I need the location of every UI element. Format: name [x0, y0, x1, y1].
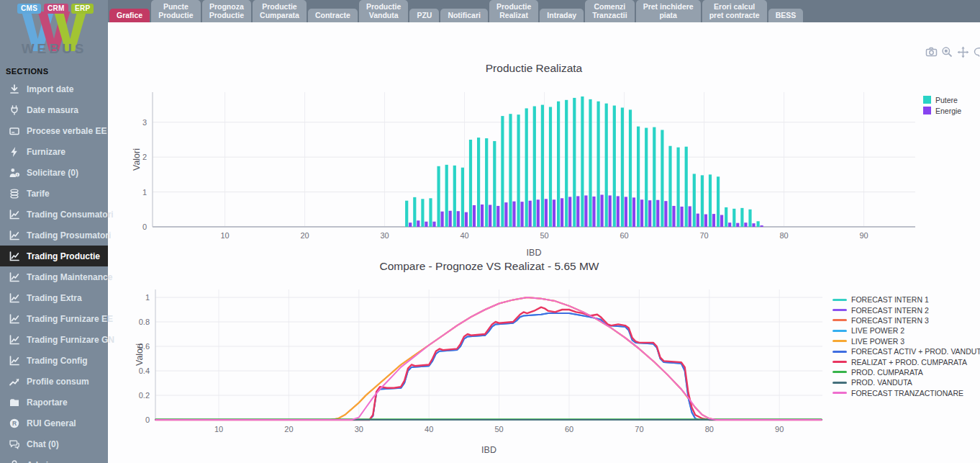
- legend-label: REALIZAT + PROD. CUMPARATA: [851, 358, 967, 367]
- sidebar-item-label: Furnizare: [27, 147, 65, 157]
- sidebar-item-import-date[interactable]: Import date: [0, 78, 108, 99]
- chart-icon: [9, 292, 20, 304]
- sidebar-item-admin[interactable]: Admin: [0, 454, 108, 463]
- legend-label: LIVE POWER 3: [851, 337, 904, 346]
- tab-pzu[interactable]: PZU: [409, 9, 439, 22]
- svg-text:90: 90: [775, 425, 784, 433]
- sidebar-item-raportare[interactable]: Raportare: [0, 392, 108, 413]
- sidebar-item-label: Trading Consumatori: [27, 210, 114, 220]
- legend-label: LIVE POWER 2: [851, 326, 904, 335]
- legend-item-putere[interactable]: Putere: [923, 94, 961, 105]
- tab-grafice[interactable]: Grafice: [109, 9, 150, 22]
- zoom-box-icon[interactable]: [941, 46, 953, 58]
- svg-text:1: 1: [142, 188, 147, 197]
- pan-icon[interactable]: [957, 46, 969, 58]
- chart1-title: Productie Realizata: [108, 62, 960, 75]
- sidebar-item-trading-config[interactable]: Trading Config: [0, 350, 108, 371]
- legend-swatch: [832, 392, 847, 394]
- tab-bess[interactable]: BESS: [768, 9, 804, 22]
- plug-icon: [9, 104, 20, 116]
- cms-badge: CMS: [17, 4, 41, 14]
- lasso-icon[interactable]: [973, 46, 980, 58]
- legend-item-live-power-3[interactable]: LIVE POWER 3: [832, 336, 980, 346]
- legend-swatch: [832, 330, 847, 332]
- webus-logo: CMS CRM ERP WEBUS: [0, 0, 108, 60]
- tab-notificari[interactable]: Notificari: [440, 9, 488, 22]
- chart-icon: [9, 251, 20, 262]
- legend-item-prod-cumparata[interactable]: PROD. CUMPARATA: [832, 367, 980, 377]
- sidebar-item-procese-verbale-ee[interactable]: Procese verbale EE: [0, 120, 108, 141]
- sidebar-item-tarife[interactable]: Tarife: [0, 183, 108, 204]
- svg-text:20: 20: [300, 231, 309, 240]
- chart-icon: [9, 313, 20, 325]
- tab-pret-inchidere-piata[interactable]: Pret inchidere piata: [636, 0, 701, 22]
- tab-contracte[interactable]: Contracte: [308, 9, 358, 22]
- sections-heading: SECTIONS: [0, 60, 108, 78]
- legend-label: FORECAST TRANZACTIONARE: [851, 389, 963, 397]
- chart2-yaxis-title: Valori: [135, 343, 145, 366]
- sidebar-item-trading-prosumatori[interactable]: Trading Prosumatori: [0, 225, 108, 246]
- chart2-legend: FORECAST INTERN 1FORECAST INTERN 2FORECA…: [832, 295, 980, 398]
- sidebar-item-profile-consum[interactable]: Profile consum: [0, 371, 108, 392]
- tab-productie-vanduta[interactable]: Productie Vanduta: [359, 0, 408, 22]
- legend-item-forecast-tranzactionare[interactable]: FORECAST TRANZACTIONARE: [832, 388, 980, 398]
- sidebar-item-label: Raportare: [27, 397, 68, 408]
- svg-text:3: 3: [142, 118, 147, 127]
- svg-text:0: 0: [142, 222, 147, 231]
- bolt-icon: [9, 146, 20, 158]
- chart1-xaxis-title: IBD: [527, 248, 542, 258]
- sidebar-item-trading-consumatori[interactable]: Trading Consumatori: [0, 204, 108, 225]
- sidebar: CMS CRM ERP WEBUS SECTIONS Import dateDa…: [0, 0, 108, 463]
- legend-item-realizat-prod-cumparata[interactable]: REALIZAT + PROD. CUMPARATA: [832, 356, 980, 367]
- line-series-realizat-prod-cumparata: [155, 307, 821, 420]
- plotly-modebar: [925, 46, 980, 58]
- tab-comenzi-tranzactii[interactable]: Comenzi Tranzactii: [585, 0, 634, 22]
- tab-prognoza-productie[interactable]: Prognoza Productie: [202, 0, 251, 22]
- sidebar-item-rui-general[interactable]: RRUI General: [0, 413, 108, 433]
- chart-icon: [9, 230, 20, 241]
- legend-item-forecast-intern-3[interactable]: FORECAST INTERN 3: [832, 315, 980, 325]
- sidebar-item-trading-extra[interactable]: Trading Extra: [0, 287, 108, 308]
- sidebar-item-trading-productie[interactable]: Trading Productie: [0, 246, 108, 266]
- svg-text:!: !: [17, 172, 18, 176]
- legend-item-forecast-intern-2[interactable]: FORECAST INTERN 2: [832, 305, 980, 315]
- legend-item-forecast-activ-prod-vanduta[interactable]: FORECAST ACTIV + PROD. VANDUTA: [832, 346, 980, 356]
- legend-label: FORECAST INTERN 1: [851, 295, 929, 304]
- chart2-plot: 00.20.40.60.81102030405060708090IBDValor…: [135, 289, 822, 455]
- sidebar-item-label: Import date: [27, 84, 73, 94]
- svg-text:2: 2: [142, 153, 147, 161]
- legend-label: PROD. CUMPARATA: [851, 368, 923, 377]
- tab-productie-realizat[interactable]: Productie Realizat: [489, 0, 538, 22]
- tab-intraday[interactable]: Intraday: [540, 9, 584, 22]
- legend-item-forecast-intern-1[interactable]: FORECAST INTERN 1: [832, 295, 980, 305]
- tab-productie-cumparata[interactable]: Productie Cumparata: [253, 0, 307, 22]
- camera-icon[interactable]: [925, 46, 938, 58]
- sidebar-item-trading-furnizare-ee[interactable]: Trading Furnizare EE: [0, 308, 108, 329]
- tab-erori-calcul-pret-contracte[interactable]: Erori calcul pret contracte: [702, 0, 767, 22]
- sidebar-item-chat-0[interactable]: Chat (0): [0, 433, 108, 454]
- chat-icon: [9, 439, 20, 450]
- chart-icon: [9, 209, 20, 220]
- legend-item-energie[interactable]: Energie: [923, 105, 961, 116]
- sidebar-item-label: Date masura: [27, 105, 78, 115]
- person-alert-icon: !: [9, 167, 20, 179]
- legend-item-prod-vanduta[interactable]: PROD. VANDUTA: [832, 377, 980, 387]
- legend-item-live-power-2[interactable]: LIVE POWER 2: [832, 325, 980, 336]
- sidebar-item-label: Procese verbale EE: [27, 126, 106, 136]
- svg-text:0.2: 0.2: [139, 391, 150, 400]
- sidebar-item-label: Solicitare (0): [27, 168, 78, 178]
- sidebar-item-date-masura[interactable]: Date masura: [0, 99, 108, 120]
- sidebar-item-furnizare[interactable]: Furnizare: [0, 141, 108, 162]
- svg-text:R: R: [12, 419, 17, 426]
- sidebar-item-solicitare-0[interactable]: !Solicitare (0): [0, 162, 108, 183]
- sidebar-item-label: Trading Productie: [27, 251, 100, 261]
- chart-icon: [9, 271, 20, 283]
- chart1-plot: 0123102030405060708090IBDValori: [132, 92, 915, 258]
- sidebar-item-trading-maintenance[interactable]: Trading Maintenance: [0, 266, 108, 287]
- productie-realizata-chart: 0123102030405060708090IBDValori: [108, 56, 980, 264]
- sidebar-item-label: Chat (0): [27, 439, 59, 449]
- svg-text:0.4: 0.4: [139, 367, 150, 375]
- tab-puncte-productie[interactable]: Puncte Productie: [151, 0, 200, 22]
- folder-icon: [9, 397, 20, 408]
- sidebar-item-trading-furnizare-gn[interactable]: Trading Furnizare GN: [0, 329, 108, 350]
